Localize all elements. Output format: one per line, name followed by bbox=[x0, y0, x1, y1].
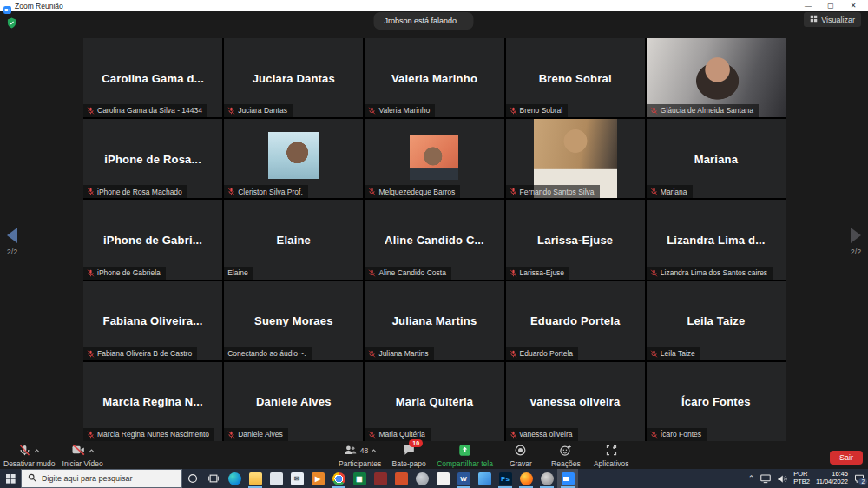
participant-label: Daniele Alves bbox=[224, 428, 288, 441]
participant-label: Leila Taize bbox=[647, 347, 700, 360]
participant-name: Eduardo Portela bbox=[506, 314, 645, 327]
participant-tile[interactable]: Lizandra Lima d...Lizandra Lima dos Sant… bbox=[647, 200, 786, 279]
close-button[interactable]: ✕ bbox=[842, 0, 865, 11]
camera-off-icon bbox=[71, 444, 86, 458]
zoom-app-icon bbox=[3, 2, 11, 10]
participant-tile[interactable]: Maria QuitériaMaria Quitéria bbox=[365, 362, 503, 441]
participant-tile[interactable]: Marcia Regina N...Marcia Regina Nunes Na… bbox=[83, 362, 222, 441]
participants-button[interactable]: 48 Participantes bbox=[339, 444, 381, 468]
start-button[interactable] bbox=[0, 469, 21, 488]
unmute-button[interactable]: Desativar mudo bbox=[3, 444, 56, 468]
chevron-up-icon[interactable] bbox=[89, 446, 95, 455]
taskbar-app-app-darkred[interactable] bbox=[370, 469, 391, 488]
record-button[interactable]: Gravar bbox=[503, 444, 538, 468]
gallery-next-page[interactable]: 2/2 bbox=[845, 228, 866, 256]
participant-label: Ícaro Fontes bbox=[647, 428, 707, 441]
chat-button[interactable]: 10 Bate-papo bbox=[391, 444, 426, 468]
participant-tile[interactable]: Breno SobralBreno Sobral bbox=[506, 38, 645, 117]
chevron-left-icon bbox=[7, 228, 17, 243]
participant-tile[interactable]: Melquezedeque Barros bbox=[365, 119, 503, 198]
participant-tile[interactable]: Aline Candido C...Aline Candido Costa bbox=[365, 200, 503, 279]
word-icon: W bbox=[457, 472, 470, 485]
taskbar-app-photoshop[interactable]: Ps bbox=[495, 469, 516, 488]
chevron-up-icon[interactable] bbox=[371, 446, 377, 455]
participant-name: Valeria Marinho bbox=[365, 71, 503, 84]
participant-tile[interactable]: Leila TaizeLeila Taize bbox=[647, 281, 786, 360]
tray-expand-chevron[interactable]: ⌃ bbox=[748, 474, 755, 483]
muted-mic-icon bbox=[510, 350, 517, 358]
participant-tile[interactable]: MarianaMariana bbox=[647, 119, 786, 198]
taskbar-app-gimp[interactable] bbox=[536, 469, 557, 488]
participant-tile[interactable]: iPhone de Rosa...iPhone de Rosa Machado bbox=[83, 119, 222, 198]
taskbar-app-firefox[interactable] bbox=[516, 469, 536, 488]
taskbar-search-input[interactable]: Digite aqui para pesquisar bbox=[21, 469, 182, 488]
taskbar-app-store[interactable] bbox=[266, 469, 286, 488]
muted-mic-icon bbox=[650, 350, 658, 358]
taskbar-app-document[interactable] bbox=[432, 469, 453, 488]
participant-tile[interactable]: Fabiana Oliveira...Fabiana Oliveira B de… bbox=[83, 281, 222, 360]
maximize-button[interactable]: ▢ bbox=[819, 0, 842, 11]
taskbar-app-excel[interactable]: ▦ bbox=[349, 469, 370, 488]
participant-tile[interactable]: Eduardo PortelaEduardo Portela bbox=[506, 281, 645, 360]
task-view-button[interactable] bbox=[203, 469, 224, 488]
shield-check-icon[interactable] bbox=[7, 16, 16, 32]
participant-name: Mariana bbox=[647, 152, 786, 165]
muted-mic-icon bbox=[368, 350, 376, 358]
cortana-button[interactable] bbox=[182, 469, 203, 488]
participant-tile[interactable]: Larissa-EjuseLarissa-Ejuse bbox=[506, 200, 645, 279]
taskbar-app-edge[interactable] bbox=[224, 469, 245, 488]
taskbar-app-app-orange[interactable] bbox=[391, 469, 411, 488]
network-icon[interactable] bbox=[760, 474, 771, 484]
apps-button[interactable]: Aplicativos bbox=[594, 444, 629, 468]
leave-meeting-button[interactable]: Sair bbox=[830, 451, 863, 465]
view-button[interactable]: Visualizar bbox=[804, 12, 861, 27]
participant-tile[interactable]: Cleriston Silva Prof. bbox=[224, 119, 363, 198]
participant-name: Juliana Martins bbox=[365, 314, 503, 327]
taskbar-app-movies-tv[interactable]: ▶ bbox=[307, 469, 328, 488]
minimize-button[interactable]: — bbox=[797, 0, 819, 11]
share-screen-button[interactable]: Compartilhar tela bbox=[437, 444, 493, 468]
participant-label: Melquezedeque Barros bbox=[365, 185, 460, 198]
chevron-up-icon[interactable] bbox=[34, 446, 40, 455]
taskbar-app-chrome[interactable] bbox=[328, 469, 349, 488]
participant-tile[interactable]: Gláucia de Almeida Santana bbox=[647, 38, 786, 117]
taskbar-app-app-gray[interactable] bbox=[411, 469, 432, 488]
taskbar-app-paint3d[interactable] bbox=[474, 469, 495, 488]
gallery-prev-page[interactable]: 2/2 bbox=[2, 228, 23, 256]
participant-label: Carolina Gama da Silva - 14434 bbox=[83, 104, 207, 117]
volume-icon[interactable] bbox=[777, 474, 787, 484]
apps-icon bbox=[605, 444, 618, 458]
participant-tile[interactable]: ElaineElaine bbox=[224, 200, 363, 279]
participant-tile[interactable]: iPhone de Gabri...iPhone de Gabriela bbox=[83, 200, 222, 279]
participant-tile[interactable]: Sueny MoraesConectando ao áudio ~. bbox=[224, 281, 363, 360]
participant-tile[interactable]: Ícaro FontesÍcaro Fontes bbox=[647, 362, 786, 441]
taskbar-app-zoom[interactable] bbox=[557, 469, 578, 488]
app-orange-icon bbox=[395, 472, 408, 485]
taskbar-app-file-explorer[interactable] bbox=[245, 469, 266, 488]
participant-name: Breno Sobral bbox=[506, 71, 645, 84]
participant-tile[interactable]: Daniele AlvesDaniele Alves bbox=[224, 362, 363, 441]
app-gray-icon bbox=[416, 472, 429, 485]
clock[interactable]: 16:45 11/04/2022 bbox=[816, 471, 848, 485]
participant-tile[interactable]: vanessa oliveiravanessa oliveira bbox=[506, 362, 645, 441]
start-video-button[interactable]: Iniciar Vídeo bbox=[62, 444, 103, 468]
participant-tile[interactable]: Juliana MartinsJuliana Martins bbox=[365, 281, 503, 360]
participant-tile[interactable]: Valeria MarinhoValeria Marinho bbox=[365, 38, 503, 117]
taskbar-app-word[interactable]: W bbox=[453, 469, 474, 488]
participant-label: Mariana bbox=[647, 185, 693, 198]
participant-name: Leila Taize bbox=[647, 314, 786, 327]
system-tray: ⌃ POR PTB2 16:45 11/04/2022 2 bbox=[748, 469, 868, 488]
participant-name: Sueny Moraes bbox=[224, 314, 363, 327]
participant-name: Aline Candido C... bbox=[365, 233, 503, 246]
participant-tile[interactable]: Carolina Gama d...Carolina Gama da Silva… bbox=[83, 38, 222, 117]
participant-tile[interactable]: Fernando Santos Silva bbox=[506, 119, 645, 198]
muted-mic-icon bbox=[87, 107, 95, 115]
taskbar-app-mail[interactable]: ✉ bbox=[286, 469, 307, 488]
notifications-icon[interactable]: 2 bbox=[854, 473, 865, 484]
muted-mic-icon bbox=[510, 269, 517, 277]
participant-tile[interactable]: Juciara DantasJuciara Dantas bbox=[224, 38, 363, 117]
muted-mic-icon bbox=[650, 431, 658, 439]
reactions-button[interactable]: Reações bbox=[549, 444, 583, 468]
language-indicator[interactable]: POR PTB2 bbox=[793, 471, 810, 485]
participant-label: iPhone de Gabriela bbox=[83, 267, 166, 280]
